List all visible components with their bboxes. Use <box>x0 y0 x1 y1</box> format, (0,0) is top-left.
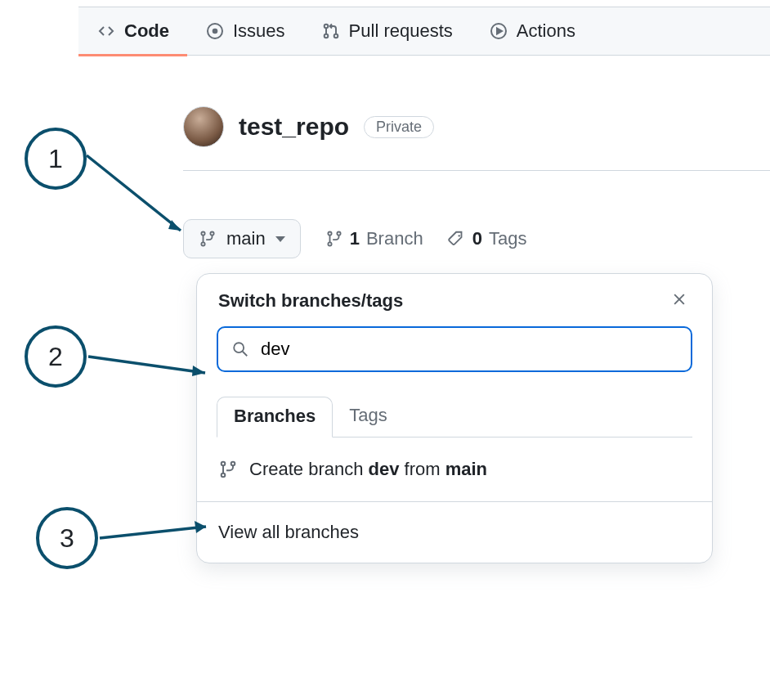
tab-actions-label: Actions <box>517 20 575 42</box>
pull-request-icon <box>321 21 341 41</box>
view-all-branches-link[interactable]: View all branches <box>197 502 712 563</box>
svg-line-17 <box>243 352 248 357</box>
svg-point-16 <box>234 343 244 352</box>
close-button[interactable] <box>671 291 691 311</box>
law-icon <box>334 648 352 666</box>
branch-switcher-popover: Switch branches/tags Branches Tags Creat… <box>196 273 713 563</box>
code-icon <box>96 21 116 41</box>
svg-line-21 <box>87 155 181 231</box>
tab-actions[interactable]: Actions <box>471 7 593 56</box>
svg-point-19 <box>222 473 226 478</box>
branch-search-input[interactable] <box>259 338 678 361</box>
close-icon <box>671 291 687 307</box>
branches-count-link[interactable]: 1 Branch <box>325 228 423 249</box>
branches-label: Branch <box>366 228 423 249</box>
issue-icon <box>205 21 225 41</box>
popover-tab-branches[interactable]: Branches <box>217 397 333 438</box>
svg-marker-6 <box>497 29 502 34</box>
annotation-arrow-3 <box>100 523 222 556</box>
tags-count: 0 <box>472 228 482 249</box>
tags-count-link[interactable]: 0 Tags <box>448 228 527 249</box>
svg-point-4 <box>334 34 338 38</box>
tab-issues-label: Issues <box>233 20 285 42</box>
annotation-1: 1 <box>25 128 87 190</box>
book-icon <box>183 648 201 666</box>
svg-line-23 <box>88 357 205 373</box>
tab-pull-requests[interactable]: Pull requests <box>303 7 471 56</box>
visibility-badge: Private <box>364 116 434 138</box>
search-icon <box>231 340 249 358</box>
svg-line-25 <box>100 527 206 538</box>
table-row <box>713 450 770 451</box>
svg-point-3 <box>324 34 328 38</box>
create-branch-item[interactable]: Create branch dev from main <box>197 438 712 502</box>
tab-pulls-label: Pull requests <box>349 20 453 42</box>
divider <box>183 687 770 688</box>
annotation-arrow-1 <box>87 155 201 245</box>
owner-avatar[interactable] <box>183 106 224 147</box>
popover-tabs: Branches Tags <box>217 397 692 438</box>
svg-point-11 <box>328 242 331 245</box>
popover-title: Switch branches/tags <box>218 290 403 312</box>
annotation-2: 2 <box>25 325 87 388</box>
svg-point-9 <box>210 231 213 235</box>
repo-name[interactable]: test_repo <box>239 113 349 141</box>
svg-point-10 <box>328 231 331 235</box>
annotation-arrow-2 <box>88 352 219 384</box>
tags-label: Tags <box>489 228 526 249</box>
actions-icon <box>489 21 508 41</box>
svg-point-18 <box>222 462 226 466</box>
tab-issues[interactable]: Issues <box>187 7 303 56</box>
svg-point-12 <box>337 231 340 235</box>
svg-point-20 <box>231 462 235 466</box>
svg-point-2 <box>324 25 328 29</box>
svg-marker-24 <box>192 366 205 376</box>
readme-tab[interactable]: README <box>229 646 307 667</box>
create-branch-text: Create branch dev from main <box>249 459 487 480</box>
svg-point-13 <box>458 235 459 236</box>
tag-icon <box>448 230 466 248</box>
svg-marker-26 <box>195 521 206 533</box>
caret-down-icon <box>275 236 285 242</box>
svg-point-1 <box>213 29 217 34</box>
svg-point-7 <box>201 231 204 235</box>
repo-nav: Code Issues Pull requests Actions <box>78 7 770 56</box>
license-tab[interactable]: MIT license <box>380 646 472 667</box>
table-row <box>713 572 770 573</box>
svg-point-8 <box>201 242 204 245</box>
tab-code[interactable]: Code <box>78 7 187 56</box>
branch-row: main 1 Branch 0 Tags <box>183 219 526 258</box>
branches-count: 1 <box>350 228 360 249</box>
branch-switcher-label: main <box>226 228 266 249</box>
git-branch-icon <box>218 460 238 479</box>
popover-tab-tags[interactable]: Tags <box>333 397 403 437</box>
branch-search-field[interactable] <box>217 326 692 372</box>
repo-header: test_repo Private <box>183 106 770 171</box>
tab-code-label: Code <box>124 20 169 42</box>
table-row <box>713 352 770 352</box>
git-branch-icon <box>325 230 343 248</box>
annotation-3: 3 <box>36 507 98 569</box>
readme-underline <box>183 685 314 688</box>
readme-tabs: README MIT license <box>183 646 472 667</box>
git-branch-icon <box>199 230 217 248</box>
